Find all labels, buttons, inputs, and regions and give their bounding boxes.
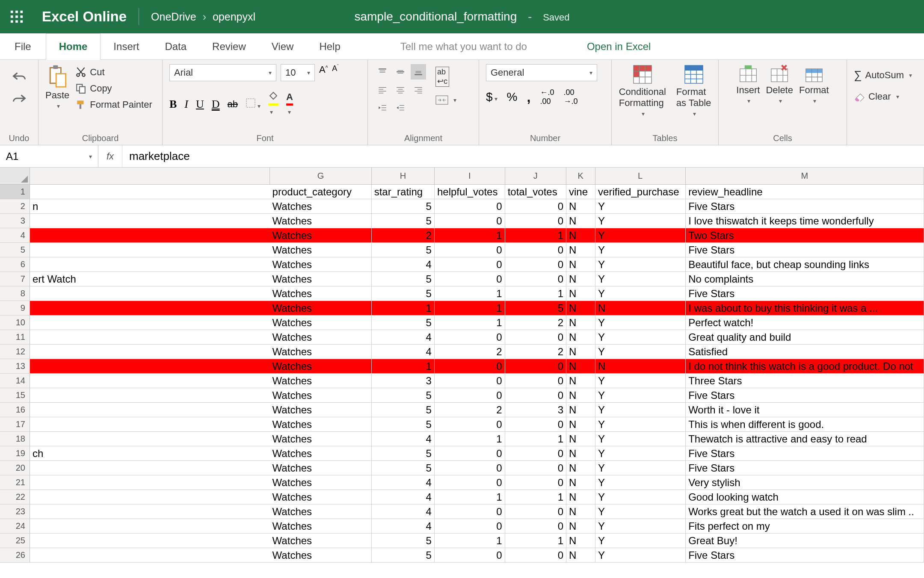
cell[interactable]: 4: [372, 475, 435, 490]
cell[interactable]: Watches: [270, 199, 372, 213]
comma-format-button[interactable]: ,: [527, 89, 530, 105]
cell[interactable]: 5: [372, 286, 435, 301]
cell[interactable]: 0: [435, 461, 505, 475]
decrease-indent-button[interactable]: [375, 100, 390, 115]
cell[interactable]: 4: [372, 345, 435, 359]
cell[interactable]: Watches: [270, 388, 372, 402]
cell[interactable]: Y: [595, 461, 686, 475]
row-header[interactable]: 13: [0, 359, 30, 373]
cell[interactable]: 0: [505, 359, 566, 373]
row-header[interactable]: 21: [0, 475, 30, 490]
cell[interactable]: 0: [505, 504, 566, 519]
row-header[interactable]: 20: [0, 461, 30, 475]
cell[interactable]: 0: [435, 548, 505, 562]
cell[interactable]: N: [566, 432, 595, 446]
app-launcher-button[interactable]: [0, 0, 33, 33]
cell[interactable]: Five Stars: [686, 388, 924, 402]
cell[interactable]: Watches: [270, 519, 372, 533]
row-header[interactable]: 19: [0, 446, 30, 460]
cell[interactable]: Fits perfect on my: [686, 519, 924, 533]
tell-me-search[interactable]: Tell me what you want to do: [388, 33, 540, 59]
cell[interactable]: 0: [505, 417, 566, 431]
cell[interactable]: N: [566, 475, 595, 490]
column-header-peek[interactable]: [30, 168, 270, 184]
cell[interactable]: No complaints: [686, 272, 924, 286]
tab-insert[interactable]: Insert: [101, 33, 152, 59]
cell[interactable]: N: [566, 214, 595, 228]
row-header[interactable]: 14: [0, 374, 30, 388]
cell[interactable]: [30, 257, 270, 271]
cell[interactable]: 5: [372, 417, 435, 431]
cell[interactable]: 4: [372, 519, 435, 533]
insert-cells-button[interactable]: Insert: [736, 64, 760, 104]
cell[interactable]: [30, 519, 270, 533]
row-header[interactable]: 2: [0, 199, 30, 213]
undo-button[interactable]: [12, 70, 27, 84]
cell[interactable]: 0: [435, 475, 505, 490]
cell[interactable]: N: [566, 374, 595, 388]
column-header-H[interactable]: H: [372, 168, 435, 184]
cell[interactable]: N: [566, 446, 595, 460]
cell[interactable]: N: [566, 417, 595, 431]
cell[interactable]: [30, 301, 270, 315]
cell[interactable]: 0: [505, 446, 566, 460]
format-as-table-button[interactable]: Formatas Table: [676, 64, 711, 117]
cell[interactable]: N: [566, 504, 595, 519]
cell[interactable]: 1: [505, 534, 566, 548]
cell[interactable]: [30, 461, 270, 475]
cell[interactable]: Y: [595, 199, 686, 213]
cell[interactable]: Watches: [270, 374, 372, 388]
cell[interactable]: [30, 432, 270, 446]
cell[interactable]: Watches: [270, 330, 372, 344]
open-in-excel-link[interactable]: Open in Excel: [574, 33, 663, 59]
align-left-button[interactable]: [375, 82, 390, 97]
cell[interactable]: Watches: [270, 417, 372, 431]
cell[interactable]: 0: [505, 199, 566, 213]
cell[interactable]: Y: [595, 374, 686, 388]
cell[interactable]: Y: [595, 286, 686, 301]
cell[interactable]: Y: [595, 504, 686, 519]
cell[interactable]: 5: [372, 548, 435, 562]
format-cells-button[interactable]: Format: [799, 64, 829, 104]
row-header[interactable]: 11: [0, 330, 30, 344]
cell[interactable]: 0: [435, 214, 505, 228]
cell[interactable]: [30, 345, 270, 359]
cell[interactable]: [30, 504, 270, 519]
percent-format-button[interactable]: %: [507, 90, 518, 104]
cell[interactable]: Y: [595, 330, 686, 344]
cell[interactable]: 0: [435, 359, 505, 373]
cell[interactable]: Y: [595, 534, 686, 548]
cell[interactable]: Watches: [270, 490, 372, 504]
cell[interactable]: 0: [435, 199, 505, 213]
cell[interactable]: 0: [505, 257, 566, 271]
cell[interactable]: 5: [372, 316, 435, 330]
cell[interactable]: 1: [372, 301, 435, 315]
cell[interactable]: Watches: [270, 286, 372, 301]
grow-font-button[interactable]: A^: [319, 64, 328, 81]
tab-home[interactable]: Home: [46, 33, 101, 60]
cell[interactable]: Satisfied: [686, 345, 924, 359]
cell[interactable]: 1: [505, 490, 566, 504]
cell[interactable]: Watches: [270, 475, 372, 490]
shrink-font-button[interactable]: Aˇ: [332, 64, 338, 81]
paste-button[interactable]: Paste: [45, 64, 69, 109]
row-header[interactable]: 16: [0, 403, 30, 417]
cell[interactable]: N: [566, 548, 595, 562]
row-header[interactable]: 23: [0, 504, 30, 519]
decrease-decimal-button[interactable]: .00→.0: [563, 88, 578, 106]
cell[interactable]: n: [30, 199, 270, 213]
tab-file[interactable]: File: [0, 33, 46, 59]
cell[interactable]: Y: [595, 243, 686, 257]
cell[interactable]: Watches: [270, 301, 372, 315]
autosum-button[interactable]: ∑AutoSum: [854, 68, 912, 82]
cell[interactable]: [30, 548, 270, 562]
row-header[interactable]: 12: [0, 345, 30, 359]
cell[interactable]: 0: [505, 388, 566, 402]
italic-button[interactable]: I: [184, 98, 188, 111]
cell[interactable]: N: [566, 403, 595, 417]
cell[interactable]: [30, 374, 270, 388]
cell[interactable]: 1: [372, 359, 435, 373]
clear-button[interactable]: Clear: [854, 91, 899, 102]
cell[interactable]: 5: [372, 214, 435, 228]
cell[interactable]: 1: [435, 490, 505, 504]
